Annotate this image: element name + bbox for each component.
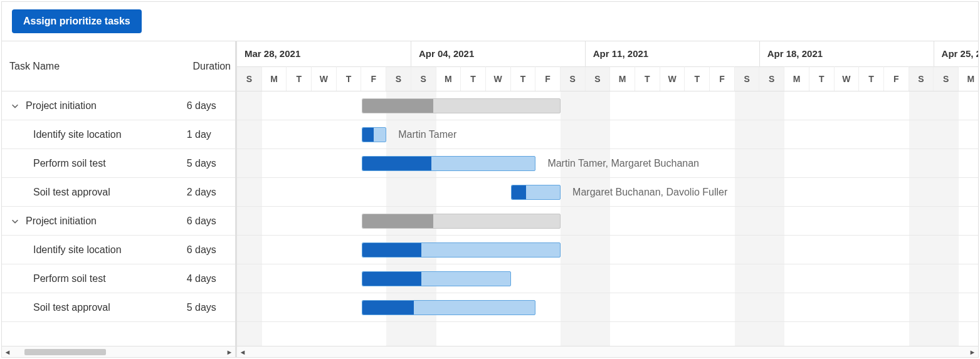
gantt-container: Assign prioritize tasks Task Name Durati…: [1, 1, 979, 358]
duration-cell[interactable]: 1 day: [186, 129, 235, 140]
resource-label: Margaret Buchanan, Davolio Fuller: [572, 187, 727, 198]
toolbar: Assign prioritize tasks: [2, 2, 978, 41]
task-name-label: Soil test approval: [33, 187, 110, 198]
task-name-cell[interactable]: Project initiation: [2, 100, 186, 112]
scroll-thumb[interactable]: [24, 349, 106, 355]
progress-bar[interactable]: [362, 214, 434, 228]
task-name-cell[interactable]: Identify site location: [2, 244, 186, 256]
progress-bar[interactable]: [362, 99, 434, 113]
duration-cell[interactable]: 4 days: [186, 273, 235, 284]
col-header-duration[interactable]: Duration: [186, 41, 235, 91]
chart-horizontal-scrollbar[interactable]: ◄ ►: [237, 346, 978, 357]
scroll-left-icon[interactable]: ◄: [2, 346, 13, 358]
day-header: F: [884, 66, 909, 91]
chart-row: [237, 236, 978, 264]
task-name-label: Identify site location: [33, 129, 122, 140]
day-header: T: [685, 66, 710, 91]
progress-bar[interactable]: [362, 128, 374, 142]
table-row[interactable]: Project initiation6 days: [2, 91, 235, 120]
task-name-label: Project initiation: [26, 100, 97, 112]
day-header: T: [337, 66, 362, 91]
table-row[interactable]: Soil test approval5 days: [2, 293, 235, 322]
task-bar[interactable]: [362, 271, 511, 286]
progress-bar[interactable]: [362, 243, 422, 257]
week-header: Apr 18, 2021: [760, 41, 934, 66]
week-header: Apr 25, 2021: [934, 41, 978, 66]
day-header: F: [535, 66, 561, 91]
task-name-label: Identify site location: [33, 244, 122, 256]
chart-row: Margaret Buchanan, Davolio Fuller: [237, 178, 978, 207]
task-name-label: Project initiation: [26, 216, 97, 227]
week-header: Apr 11, 2021: [586, 41, 760, 66]
task-name-label: Perform soil test: [33, 158, 106, 169]
day-header: S: [411, 66, 436, 91]
grid-horizontal-scrollbar[interactable]: ◄ ►: [2, 346, 235, 357]
assign-prioritize-button[interactable]: Assign prioritize tasks: [12, 9, 142, 33]
day-header: T: [511, 66, 536, 91]
day-header: W: [660, 66, 685, 91]
duration-cell[interactable]: 6 days: [186, 244, 235, 256]
scroll-left-icon[interactable]: ◄: [237, 346, 248, 358]
task-name-cell[interactable]: Soil test approval: [2, 187, 186, 198]
table-row[interactable]: Project initiation6 days: [2, 207, 235, 236]
day-header: S: [586, 66, 611, 91]
day-header: M: [610, 66, 635, 91]
duration-cell[interactable]: 5 days: [186, 158, 235, 169]
chevron-down-icon[interactable]: [11, 217, 19, 226]
table-row[interactable]: Identify site location1 day: [2, 120, 235, 149]
task-name-cell[interactable]: Project initiation: [2, 216, 186, 227]
day-header: M: [262, 66, 287, 91]
table-row[interactable]: Identify site location6 days: [2, 236, 235, 264]
scroll-right-icon[interactable]: ►: [224, 346, 235, 358]
scroll-track[interactable]: [13, 347, 224, 357]
duration-cell[interactable]: 5 days: [186, 302, 235, 313]
task-name-cell[interactable]: Perform soil test: [2, 273, 186, 284]
task-name-label: Soil test approval: [33, 302, 110, 313]
chart-row: Martin Tamer, Margaret Buchanan: [237, 149, 978, 178]
table-row[interactable]: Perform soil test4 days: [2, 264, 235, 293]
duration-cell[interactable]: 2 days: [186, 187, 235, 198]
day-header: M: [784, 66, 809, 91]
day-header: T: [287, 66, 312, 91]
day-header: T: [635, 66, 660, 91]
day-header: M: [436, 66, 461, 91]
task-bar[interactable]: Martin Tamer, Margaret Buchanan: [362, 156, 536, 171]
task-bar[interactable]: Margaret Buchanan, Davolio Fuller: [511, 185, 561, 200]
progress-bar[interactable]: [362, 157, 431, 170]
week-header: Mar 28, 2021: [237, 41, 411, 66]
summary-bar[interactable]: [362, 214, 561, 229]
chart-row: Martin Tamer: [237, 120, 978, 149]
resource-label: Martin Tamer: [398, 129, 456, 140]
day-row: SMTWTFSSMTWTFSSMTWTFSSMTWTFSSMTWTFS: [237, 66, 978, 91]
chart-body[interactable]: Martin TamerMartin Tamer, Margaret Bucha…: [237, 91, 978, 346]
task-grid: Task Name Duration Project initiation6 d…: [2, 41, 237, 357]
task-name-cell[interactable]: Identify site location: [2, 129, 186, 140]
progress-bar[interactable]: [362, 272, 421, 286]
day-header: F: [710, 66, 735, 91]
grid-body: Project initiation6 daysIdentify site lo…: [2, 91, 235, 346]
task-bar[interactable]: [362, 242, 561, 258]
task-name-label: Perform soil test: [33, 273, 106, 284]
day-header: S: [759, 66, 784, 91]
scroll-right-icon[interactable]: ►: [967, 346, 978, 358]
progress-bar[interactable]: [362, 301, 414, 315]
scroll-track[interactable]: [248, 347, 967, 357]
duration-cell[interactable]: 6 days: [186, 216, 235, 227]
table-row[interactable]: Soil test approval2 days: [2, 178, 235, 207]
table-row[interactable]: Perform soil test5 days: [2, 149, 235, 178]
col-header-task-name[interactable]: Task Name: [2, 41, 186, 91]
task-name-cell[interactable]: Soil test approval: [2, 302, 186, 313]
task-bar[interactable]: Martin Tamer: [362, 127, 387, 142]
progress-bar[interactable]: [512, 185, 526, 199]
gantt-panel: Task Name Duration Project initiation6 d…: [2, 41, 978, 357]
task-bar[interactable]: [362, 300, 536, 315]
day-header: T: [809, 66, 835, 91]
task-name-cell[interactable]: Perform soil test: [2, 158, 186, 169]
summary-bar[interactable]: [362, 98, 561, 113]
day-header: T: [859, 66, 884, 91]
chart-row: [237, 264, 978, 293]
duration-cell[interactable]: 6 days: [186, 100, 235, 112]
chart-header: Mar 28, 2021Apr 04, 2021Apr 11, 2021Apr …: [237, 41, 978, 91]
week-header: Apr 04, 2021: [411, 41, 586, 66]
chevron-down-icon[interactable]: [11, 101, 19, 110]
